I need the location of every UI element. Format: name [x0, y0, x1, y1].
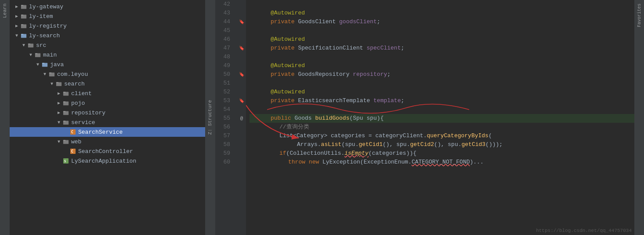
tree-item-ly-item[interactable]: ly-item — [10, 11, 215, 21]
code-editor: 42 43 44 45 46 47 48 49 50 51 52 53 54 5… — [215, 0, 644, 235]
structure-tab[interactable]: Z: Structure — [206, 96, 214, 138]
token-param: spu — [366, 114, 376, 123]
svg-text:C: C — [71, 130, 73, 134]
gutter-42 — [237, 0, 246, 9]
learn-tab[interactable]: Learn — [1, 0, 9, 21]
tree-item-search-controller[interactable]: C SearchController — [10, 146, 215, 156]
svg-rect-13 — [42, 63, 44, 64]
tree-item-ly-search[interactable]: ly-search — [10, 31, 215, 40]
svg-text:S: S — [64, 160, 66, 163]
line-num-56: 56 — [215, 123, 234, 132]
tree-item-repository[interactable]: repository — [10, 108, 215, 118]
svg-rect-1 — [21, 5, 23, 6]
token-punct: ( — [488, 132, 492, 140]
tree-item-main[interactable]: main — [10, 50, 215, 60]
tree-item-client[interactable]: client — [10, 89, 215, 98]
gutter-59 — [237, 149, 246, 158]
token-annotation: @Autowired — [271, 9, 305, 18]
code-line-55: public Goods buildGoods (Spu spu ){ — [250, 114, 634, 123]
item-label: ly-gateway — [29, 4, 63, 10]
token-punct: (Spu — [349, 114, 366, 123]
gutter-57 — [237, 132, 246, 140]
line-num-46: 46 — [215, 35, 234, 44]
item-label: com.leyou — [57, 71, 88, 78]
svg-rect-7 — [21, 34, 23, 35]
tree-item-ly-registry[interactable]: ly-registry — [10, 21, 215, 31]
watermark: https://blog.csdn.net/qq_44757034 — [536, 228, 632, 233]
tree-item-java[interactable]: java — [10, 60, 215, 69]
tree-item-com-leyou[interactable]: com.leyou — [10, 69, 215, 79]
tree-item-pojo[interactable]: pojo — [10, 98, 215, 108]
item-label: java — [50, 61, 64, 68]
token-annotation: @Autowired — [271, 61, 305, 70]
gutter-51 — [237, 79, 246, 88]
gutter-54 — [237, 105, 246, 114]
code-line-45 — [250, 26, 634, 35]
token-space: Goods — [291, 114, 315, 123]
arrow-icon — [55, 91, 62, 96]
arrow-icon — [48, 82, 55, 86]
token-text: Arrays. — [297, 140, 321, 149]
folder-icon — [34, 52, 41, 58]
tree-item-ly-search-application[interactable]: S LySearchApplication — [10, 156, 215, 166]
arrow-icon — [55, 100, 62, 106]
java-file-icon: C — [69, 129, 76, 135]
token-space: SpecificationClient — [295, 44, 367, 53]
tree-item-search[interactable]: search — [10, 79, 215, 89]
arrow-icon — [13, 14, 20, 19]
token-annotation: @Autowired — [271, 88, 305, 96]
svg-rect-29 — [63, 140, 65, 141]
gutter-icons: 🔖 🔖 🔖 🔖 @ — [237, 0, 246, 235]
token-method: queryCategoryByIds — [427, 132, 488, 140]
token-keyword: private — [271, 96, 295, 105]
item-label: ly-search — [29, 32, 60, 39]
file-tree: ly-gateway ly-item ly-registry — [10, 0, 215, 235]
code-line-60: throw new LyException(ExceptionEnum. CAT… — [250, 158, 634, 167]
code-lines: @Autowired private GoodsClient goodsClie… — [246, 0, 634, 235]
side-tabs-left: Learn — [0, 0, 10, 235]
bookmark-icon: 🔖 — [239, 98, 244, 103]
token-keyword: throw — [288, 158, 305, 167]
token-text: ())); — [485, 140, 503, 149]
code-line-54 — [250, 105, 634, 114]
token-punct: ; — [401, 44, 404, 53]
gutter-45 — [237, 26, 246, 35]
token-field: template — [373, 96, 401, 105]
tree-item-src[interactable]: src — [10, 40, 215, 50]
arrow-icon — [55, 139, 62, 144]
tree-item-ly-gateway[interactable]: ly-gateway — [10, 2, 215, 11]
svg-rect-21 — [63, 102, 65, 103]
token-space: ElasticsearchTemplate — [295, 96, 373, 105]
bookmark-icon: 🔖 — [239, 72, 244, 77]
bookmark-icon: 🔖 — [239, 46, 244, 51]
svg-rect-19 — [63, 92, 65, 93]
line-num-44: 44 — [215, 18, 234, 26]
tree-item-search-service[interactable]: C SearchService — [10, 127, 215, 137]
folder-icon — [48, 71, 55, 77]
token-punct: ; — [401, 96, 404, 105]
code-line-59: if (CollectionUtils. isEmpty (categories… — [250, 149, 634, 158]
token-punct: ; — [387, 70, 391, 79]
code-line-56: //查询分类 — [250, 123, 634, 132]
favorites-tab[interactable]: Favorites — [636, 0, 643, 31]
line-num-60: 60 — [215, 158, 234, 167]
code-line-58: Arrays. asList (spu. getCid1 (), spu. ge… — [250, 140, 634, 149]
gutter-58 — [237, 140, 246, 149]
tree-item-web[interactable]: web — [10, 137, 215, 146]
folder-icon — [62, 139, 69, 145]
line-num-51: 51 — [215, 79, 234, 88]
java-file-icon: C — [69, 148, 76, 154]
code-line-47: private SpecificationClient specClient ; — [250, 44, 634, 53]
code-line-46: @Autowired — [250, 35, 634, 44]
folder-icon — [20, 32, 27, 39]
tree-item-service[interactable]: service — [10, 118, 215, 127]
item-label: LySearchApplication — [71, 158, 136, 164]
gutter-46 — [237, 35, 246, 44]
svg-rect-25 — [63, 121, 65, 122]
arrow-icon — [41, 72, 48, 77]
folder-icon — [62, 90, 69, 96]
gutter-52 — [237, 88, 246, 96]
arrow-icon — [20, 43, 27, 48]
item-label: pojo — [71, 100, 85, 107]
at-icon: @ — [240, 116, 243, 121]
